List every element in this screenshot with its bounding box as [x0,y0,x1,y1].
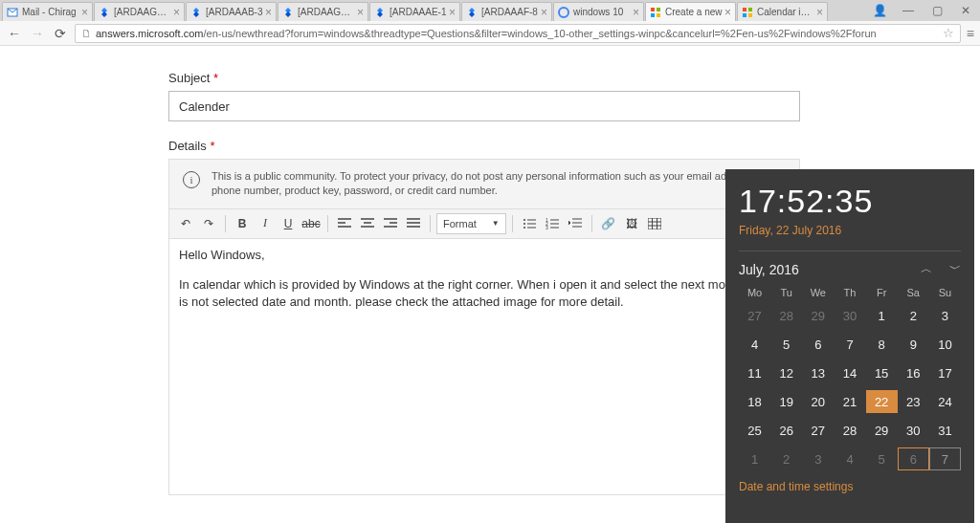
numbered-list-button[interactable]: 123 [542,213,563,234]
calendar-day[interactable]: 3 [802,447,834,470]
tab-close-icon[interactable]: × [633,6,639,19]
calendar-day[interactable]: 20 [802,390,834,413]
url-input[interactable]: 🗋 answers.microsoft.com/en-us/newthread?… [75,24,961,43]
calendar-day[interactable]: 14 [834,361,865,384]
details-editor[interactable]: Hello Windows, In calendar which is prov… [168,239,800,495]
calendar-day[interactable]: 4 [739,333,770,356]
calendar-day[interactable]: 6 [898,447,929,470]
window-close[interactable]: ✕ [951,4,980,17]
image-button[interactable]: 🖼 [621,213,642,234]
calendar-day[interactable]: 2 [898,304,929,327]
calendar-day[interactable]: 10 [929,333,961,356]
calendar-day[interactable]: 5 [770,333,802,356]
browser-tab[interactable]: windows 10× [553,2,644,21]
calendar-day[interactable]: 2 [770,447,802,470]
calendar-day[interactable]: 16 [898,361,929,384]
user-icon[interactable]: 👤 [865,4,894,17]
underline-button[interactable]: U [278,213,299,234]
align-justify-button[interactable] [403,213,424,234]
nav-reload-button[interactable]: ⟳ [52,25,69,42]
tab-close-icon[interactable]: × [541,6,547,19]
calendar-day[interactable]: 23 [898,390,929,413]
browser-tab[interactable]: Mail - Chirag× [2,2,93,21]
calendar-day[interactable]: 29 [802,304,834,327]
nav-back-button[interactable]: ← [6,25,23,42]
tab-close-icon[interactable]: × [449,6,456,19]
tab-close-icon[interactable]: × [724,6,731,19]
tab-close-icon[interactable]: × [265,6,272,19]
calendar-day[interactable]: 26 [770,419,802,442]
calendar-day[interactable]: 13 [802,361,834,384]
menu-icon[interactable]: ≡ [967,26,974,41]
nav-forward-button[interactable]: → [29,25,46,42]
browser-tab[interactable]: Create a new× [645,2,736,21]
calendar-day[interactable]: 7 [929,447,961,470]
calendar-day[interactable]: 7 [834,333,865,356]
calendar-weekday: Tu [770,287,802,298]
date-time-settings-link[interactable]: Date and time settings [739,480,961,493]
tab-close-icon[interactable]: × [357,6,364,19]
calendar-day[interactable]: 1 [739,447,770,470]
calendar-day[interactable]: 21 [834,390,865,413]
calendar-day[interactable]: 6 [802,333,834,356]
browser-tab[interactable]: [ARDAAGA-2× [94,2,185,21]
calendar-day[interactable]: 19 [770,390,802,413]
align-left-button[interactable] [334,213,355,234]
calendar-prev-button[interactable]: ︿ [921,261,932,277]
browser-tab[interactable]: [ARDAAAB-3× [186,2,277,21]
calendar-day[interactable]: 24 [929,390,961,413]
calendar-day[interactable]: 27 [802,419,834,442]
link-button[interactable]: 🔗 [598,213,619,234]
tab-title: Calendar in N [757,7,814,17]
calendar-day[interactable]: 5 [866,447,898,470]
calendar-day[interactable]: 30 [834,304,865,327]
browser-tab[interactable]: [ARDAAAF-8× [461,2,552,21]
bookmark-star-icon[interactable]: ☆ [943,26,954,40]
format-dropdown[interactable]: Format▼ [436,213,506,234]
calendar-day[interactable]: 22 [866,390,898,413]
calendar-day[interactable]: 17 [929,361,961,384]
bulleted-list-button[interactable] [519,213,540,234]
calendar-day[interactable]: 29 [866,419,898,442]
calendar-day[interactable]: 1 [866,304,898,327]
subject-input[interactable] [168,91,800,121]
calendar-day[interactable]: 12 [770,361,802,384]
calendar-day[interactable]: 31 [929,419,961,442]
calendar-day[interactable]: 11 [739,361,770,384]
tab-close-icon[interactable]: × [81,6,88,19]
table-button[interactable] [644,213,665,234]
calendar-day[interactable]: 15 [866,361,898,384]
italic-button[interactable]: I [255,213,276,234]
calendar-month-label[interactable]: July, 2016 [739,262,799,277]
calendar-day[interactable]: 25 [739,419,770,442]
align-right-button[interactable] [380,213,401,234]
calendar-day[interactable]: 28 [770,304,802,327]
calendar-day[interactable]: 3 [929,304,961,327]
calendar-day[interactable]: 8 [866,333,898,356]
calendar-day[interactable]: 18 [739,390,770,413]
calendar-day[interactable]: 9 [898,333,929,356]
tab-title: [ARDAAAE-1 [390,7,447,17]
tab-favicon [374,7,386,18]
bold-button[interactable]: B [232,213,253,234]
redo-button[interactable]: ↷ [198,213,219,234]
tab-close-icon[interactable]: × [173,6,180,19]
calendar-day[interactable]: 30 [898,419,929,442]
undo-button[interactable]: ↶ [175,213,196,234]
browser-tab[interactable]: [ARDAAGA-2× [278,2,368,21]
calendar-day[interactable]: 28 [834,419,865,442]
svg-point-1 [559,8,568,17]
browser-tab[interactable]: [ARDAAAE-1× [369,2,460,21]
calendar-next-button[interactable]: ﹀ [949,261,961,277]
window-maximize[interactable]: ▢ [923,4,951,17]
outdent-button[interactable] [565,213,586,234]
align-center-button[interactable] [357,213,378,234]
strike-button[interactable]: abc [301,213,322,234]
tab-close-icon[interactable]: × [816,6,823,19]
calendar-day[interactable]: 27 [739,304,770,327]
browser-tab[interactable]: Calendar in N× [737,2,828,21]
info-icon: i [183,171,200,188]
svg-rect-8 [743,13,746,17]
calendar-day[interactable]: 4 [834,447,865,470]
window-minimize[interactable]: — [894,4,923,17]
